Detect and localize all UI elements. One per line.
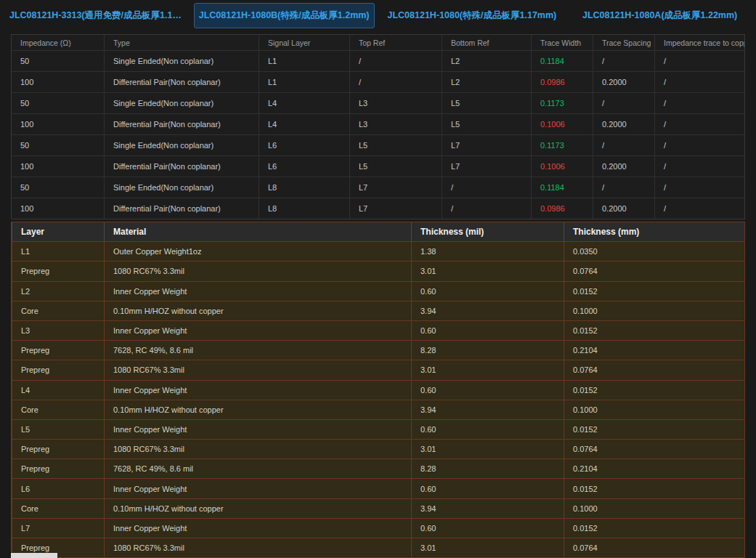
table-cell: 0.60 bbox=[411, 321, 564, 340]
table-cell: L3 bbox=[349, 114, 442, 134]
table-cell: 0.0764 bbox=[564, 360, 744, 379]
table-cell: 7628, RC 49%, 8.6 mil bbox=[104, 459, 411, 478]
table-cell: 0.1006 bbox=[531, 156, 593, 177]
table-cell: L4 bbox=[259, 93, 349, 113]
table-cell: Inner Copper Weight bbox=[104, 519, 411, 538]
table-cell: 0.0764 bbox=[564, 262, 744, 280]
table-cell: 0.2104 bbox=[564, 341, 744, 360]
table-cell: L6 bbox=[259, 156, 349, 177]
table-cell: Inner Copper Weight bbox=[104, 420, 411, 439]
table-cell: / bbox=[442, 198, 531, 219]
column-header: Signal Layer bbox=[259, 35, 349, 50]
table-cell: L2 bbox=[12, 282, 104, 301]
table-cell: 0.0152 bbox=[564, 282, 744, 301]
table-cell: Differential Pair(Non coplanar) bbox=[104, 72, 259, 92]
table-cell: Single Ended(Non coplanar) bbox=[104, 135, 259, 155]
table-row: L5Inner Copper Weight0.600.0152 bbox=[12, 419, 744, 439]
table-cell: Differential Pair(Non coplanar) bbox=[104, 156, 259, 177]
table-cell: 0.1173 bbox=[531, 93, 593, 113]
table-cell: L5 bbox=[12, 420, 104, 439]
table-cell: 0.10mm H/HOZ without copper bbox=[104, 302, 411, 320]
table-cell: Differential Pair(Non coplanar) bbox=[104, 114, 259, 134]
table-cell: 0.0764 bbox=[564, 440, 744, 458]
table-row: Prepreg7628, RC 49%, 8.6 mil8.280.2104 bbox=[12, 458, 744, 478]
table-cell: L5 bbox=[442, 93, 531, 113]
stackup-tab-1[interactable]: JLC08121H-3313(通用免费/成品板厚1.18mm) bbox=[6, 3, 187, 28]
table-row: L4Inner Copper Weight0.600.0152 bbox=[12, 380, 744, 400]
table-cell: 0.10mm H/HOZ without copper bbox=[104, 400, 411, 419]
table-row: 100Differential Pair(Non coplanar)L4L3L5… bbox=[12, 113, 744, 134]
table-row: Core0.10mm H/HOZ without copper3.940.100… bbox=[12, 400, 744, 419]
table-row: 50Single Ended(Non coplanar)L1/L20.1184/… bbox=[12, 50, 744, 71]
table-cell: L5 bbox=[349, 135, 442, 155]
table-cell: 3.94 bbox=[411, 499, 564, 518]
stackup-table: LayerMaterialThickness (mil)Thickness (m… bbox=[11, 222, 745, 558]
table-cell: 0.0350 bbox=[564, 242, 744, 261]
stackup-tab-4[interactable]: JLC08121H-1080A(成品板厚1.22mm) bbox=[569, 3, 750, 28]
table-cell: / bbox=[654, 177, 744, 198]
table-row: L7Inner Copper Weight0.600.0152 bbox=[12, 518, 744, 538]
table-row: L6Inner Copper Weight0.600.0152 bbox=[12, 478, 744, 498]
table-cell: 0.0986 bbox=[531, 72, 593, 92]
table-cell: L8 bbox=[259, 177, 349, 198]
table-cell: L1 bbox=[259, 51, 349, 71]
table-cell: Prepreg bbox=[12, 341, 104, 360]
table-cell: 0.1000 bbox=[564, 302, 744, 320]
table-cell: 0.2104 bbox=[564, 459, 744, 478]
table-cell: 8.28 bbox=[411, 459, 564, 478]
table-cell: Inner Copper Weight bbox=[104, 479, 411, 498]
table-cell: Outer Copper Weight1oz bbox=[104, 242, 411, 261]
table-cell: 3.94 bbox=[411, 400, 564, 419]
table-cell: / bbox=[593, 51, 654, 71]
table-cell: Inner Copper Weight bbox=[104, 282, 411, 301]
table-cell: 3.01 bbox=[411, 538, 564, 557]
table-cell: L6 bbox=[259, 135, 349, 155]
table-cell: / bbox=[654, 72, 744, 92]
table-row: L3Inner Copper Weight0.600.0152 bbox=[12, 320, 744, 340]
table-cell: L7 bbox=[349, 177, 442, 198]
table-cell: 50 bbox=[12, 93, 104, 113]
table-cell: L4 bbox=[12, 381, 104, 400]
table-cell: L6 bbox=[12, 479, 104, 498]
table-cell: 3.01 bbox=[411, 440, 564, 458]
table-cell: L3 bbox=[349, 93, 442, 113]
table-cell: L7 bbox=[442, 135, 531, 155]
stackup-variant-tab-bar: JLC08121H-3313(通用免费/成品板厚1.18mm)JLC08121H… bbox=[0, 0, 756, 30]
table-cell: 0.0986 bbox=[531, 198, 593, 219]
stackup-tab-3[interactable]: JLC08121H-1080(特殊/成品板厚1.17mm) bbox=[382, 3, 563, 28]
table-cell: L5 bbox=[442, 114, 531, 134]
table-cell: 7628, RC 49%, 8.6 mil bbox=[104, 341, 411, 360]
column-header: Impedance trace to copper bbox=[654, 35, 744, 50]
table-cell: / bbox=[654, 198, 744, 219]
table-cell: Core bbox=[12, 400, 104, 419]
table-row: 50Single Ended(Non coplanar)L8L7/0.1184/… bbox=[12, 177, 744, 198]
table-cell: 0.1006 bbox=[531, 114, 593, 134]
table-cell: Single Ended(Non coplanar) bbox=[104, 93, 259, 113]
column-header: Bottom Ref bbox=[442, 35, 531, 50]
table-cell: L1 bbox=[259, 72, 349, 92]
table-row: 50Single Ended(Non coplanar)L6L5L70.1173… bbox=[12, 134, 744, 155]
table-row: 100Differential Pair(Non coplanar)L8L7/0… bbox=[12, 198, 744, 219]
table-cell: / bbox=[349, 72, 442, 92]
table-cell: L2 bbox=[442, 72, 531, 92]
table-cell: Prepreg bbox=[12, 262, 104, 280]
bottom-partial-element bbox=[11, 553, 57, 558]
impedance-table: Impedance (Ω)TypeSignal LayerTop RefBott… bbox=[11, 34, 745, 219]
table-row: Core0.10mm H/HOZ without copper3.940.100… bbox=[12, 301, 744, 320]
table-cell: / bbox=[593, 135, 654, 155]
table-row: Core0.10mm H/HOZ without copper3.940.100… bbox=[12, 498, 744, 518]
table-cell: Inner Copper Weight bbox=[104, 321, 411, 340]
table-cell: 0.1173 bbox=[531, 135, 593, 155]
table-cell: 0.60 bbox=[411, 519, 564, 538]
table-cell: Single Ended(Non coplanar) bbox=[104, 51, 259, 71]
table-cell: Prepreg bbox=[12, 360, 104, 379]
table-cell: L3 bbox=[12, 321, 104, 340]
table-cell: 3.94 bbox=[411, 302, 564, 320]
table-cell: / bbox=[654, 114, 744, 134]
table-cell: 0.60 bbox=[411, 479, 564, 498]
stackup-tab-2[interactable]: JLC08121H-1080B(特殊/成品板厚1.2mm) bbox=[194, 3, 375, 28]
table-cell: 100 bbox=[12, 198, 104, 219]
table-cell: Prepreg bbox=[12, 459, 104, 478]
table-cell: / bbox=[654, 135, 744, 155]
table-cell: 100 bbox=[12, 114, 104, 134]
